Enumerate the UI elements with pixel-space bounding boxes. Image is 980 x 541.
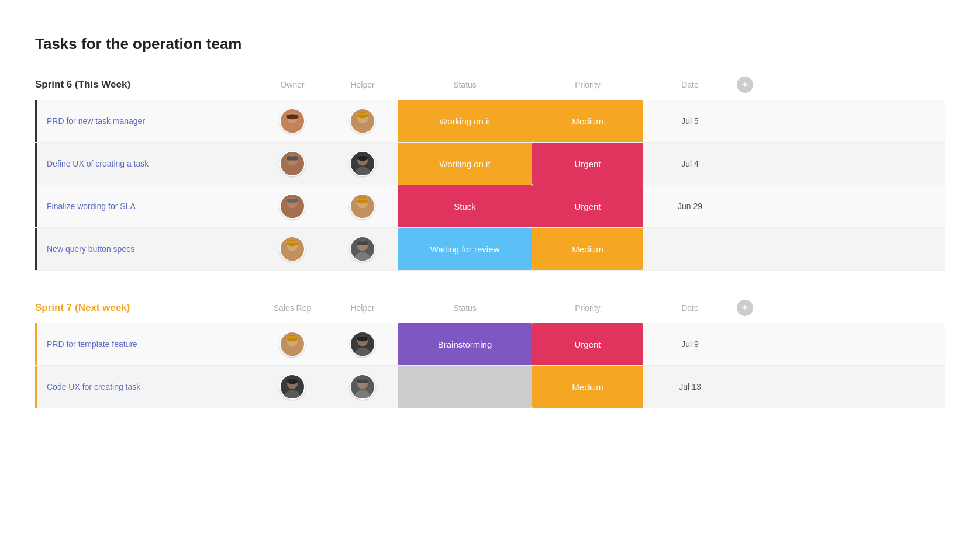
avatar-img	[351, 331, 374, 357]
avatar-img	[281, 236, 304, 262]
status-cell	[398, 366, 532, 408]
sprint1-col-date: Date	[643, 80, 737, 89]
owner-avatar-cell	[257, 108, 327, 134]
sprint1-section: Sprint 6 (This Week) Owner Helper Status…	[35, 77, 945, 270]
avatar-img	[281, 193, 304, 219]
sprint1-col-status: Status	[398, 80, 532, 89]
avatar	[279, 331, 305, 357]
sprint2-col-priority: Priority	[532, 303, 643, 313]
avatar	[350, 374, 375, 400]
svg-point-3	[354, 124, 371, 134]
helper-avatar-cell	[327, 236, 398, 262]
sprint1-title: Sprint 6 (This Week)	[35, 79, 257, 91]
status-badge[interactable]: Working on it	[398, 143, 532, 185]
svg-point-2	[286, 114, 299, 119]
svg-rect-6	[356, 113, 369, 115]
svg-point-37	[354, 390, 371, 400]
task-name-cell: PRD for template feature	[35, 323, 257, 365]
table-row: Code UX for creating task	[35, 366, 945, 408]
priority-cell: Medium	[532, 228, 643, 270]
avatar-img	[351, 374, 374, 400]
sprint1-add-button[interactable]: +	[737, 77, 753, 93]
priority-badge[interactable]: Medium	[532, 100, 643, 142]
helper-avatar-cell	[327, 193, 398, 219]
helper-avatar-cell	[327, 151, 398, 176]
avatar	[350, 331, 375, 357]
sprint2-col-owner: Sales Rep	[257, 303, 327, 313]
sprint1-add-col: +	[737, 77, 766, 93]
svg-rect-15	[287, 199, 298, 202]
avatar	[350, 193, 375, 219]
avatar-img	[351, 236, 374, 262]
svg-rect-26	[357, 241, 368, 245]
svg-point-13	[284, 209, 301, 219]
date-cell: Jun 29	[643, 202, 737, 211]
status-badge[interactable]: Waiting for review	[398, 228, 532, 270]
sprint1-col-owner: Owner	[257, 80, 327, 89]
table-row: PRD for new task manager	[35, 100, 945, 143]
sprint2-add-button[interactable]: +	[737, 300, 753, 316]
avatar	[350, 108, 375, 134]
avatar	[279, 236, 305, 262]
priority-badge[interactable]: Urgent	[532, 143, 643, 185]
priority-badge[interactable]: Medium	[532, 228, 643, 270]
sprint2-header: Sprint 7 (Next week) Sales Rep Helper St…	[35, 300, 945, 323]
svg-point-24	[354, 252, 371, 262]
owner-avatar-cell	[257, 193, 327, 219]
task-name[interactable]: New query button specs	[47, 244, 134, 254]
svg-point-31	[354, 347, 371, 357]
status-badge[interactable]: Brainstorming	[398, 323, 532, 365]
task-name-cell: New query button specs	[35, 228, 257, 270]
task-name[interactable]: Code UX for creating task	[47, 382, 140, 391]
status-badge[interactable]: Stuck	[398, 185, 532, 227]
task-name-cell: Define UX of creating a task	[35, 143, 257, 185]
task-name-cell: Finalize wording for SLA	[35, 185, 257, 227]
helper-avatar-cell	[327, 108, 398, 134]
sprint2-tasks: PRD for template feature	[35, 323, 945, 408]
sprint1-tasks: PRD for new task manager	[35, 100, 945, 270]
table-row: Define UX of creating a task	[35, 143, 945, 185]
svg-rect-23	[286, 241, 299, 243]
avatar-img	[351, 108, 374, 134]
owner-avatar-cell	[257, 374, 327, 400]
date-value: Jul 13	[679, 382, 701, 391]
date-value: Jun 29	[678, 202, 702, 211]
sprint2-title: Sprint 7 (Next week)	[35, 302, 257, 314]
avatar-img	[281, 374, 304, 400]
avatar-img	[351, 193, 374, 219]
status-cell: Stuck	[398, 185, 532, 227]
avatar-img	[281, 108, 304, 134]
task-name[interactable]: PRD for template feature	[47, 339, 137, 349]
sprint1-header: Sprint 6 (This Week) Owner Helper Status…	[35, 77, 945, 100]
sprint2-section: Sprint 7 (Next week) Sales Rep Helper St…	[35, 300, 945, 408]
date-value: Jul 4	[681, 159, 699, 168]
svg-rect-19	[356, 198, 369, 200]
date-cell: Jul 4	[643, 159, 737, 168]
table-row: Finalize wording for SLA	[35, 185, 945, 228]
svg-point-16	[354, 209, 371, 219]
priority-badge[interactable]: Urgent	[532, 323, 643, 365]
status-cell: Working on it	[398, 100, 532, 142]
sprint2-col-helper: Helper	[327, 303, 398, 313]
owner-avatar-cell	[257, 236, 327, 262]
sprint2-add-col: +	[737, 300, 766, 316]
sprint2-col-date: Date	[643, 303, 737, 313]
task-name[interactable]: PRD for new task manager	[47, 116, 145, 126]
task-name[interactable]: Finalize wording for SLA	[47, 202, 136, 211]
avatar-img	[281, 151, 304, 176]
status-badge[interactable]: Working on it	[398, 100, 532, 142]
sprint1-col-helper: Helper	[327, 80, 398, 89]
status-cell: Working on it	[398, 143, 532, 185]
status-cell: Waiting for review	[398, 228, 532, 270]
priority-cell: Medium	[532, 100, 643, 142]
priority-badge[interactable]: Urgent	[532, 185, 643, 227]
svg-rect-39	[357, 379, 368, 383]
date-cell: Jul 9	[643, 339, 737, 349]
status-badge[interactable]	[398, 366, 532, 408]
avatar	[350, 151, 375, 176]
svg-point-36	[287, 379, 298, 384]
priority-badge[interactable]: Medium	[532, 366, 643, 408]
avatar	[279, 374, 305, 400]
task-name[interactable]: Define UX of creating a task	[47, 159, 149, 168]
avatar	[350, 236, 375, 262]
